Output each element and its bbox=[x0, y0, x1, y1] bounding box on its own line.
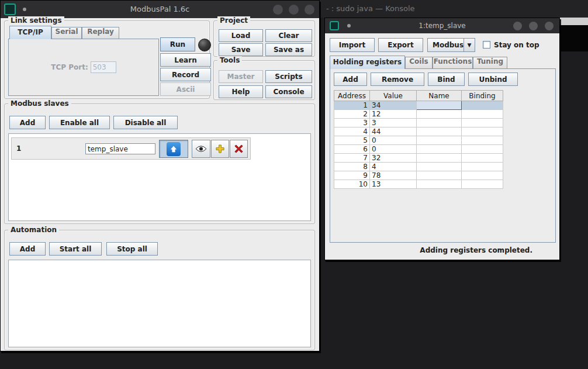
register-cell-name[interactable] bbox=[417, 119, 462, 127]
konsole-terminal-fragment[interactable] bbox=[560, 25, 588, 51]
clear-button[interactable]: Clear bbox=[265, 29, 312, 42]
run-button[interactable]: Run bbox=[160, 37, 195, 51]
register-row[interactable]: 60 bbox=[334, 145, 503, 154]
slave-enabled-toggle[interactable] bbox=[159, 140, 188, 158]
register-cell-address[interactable]: 2 bbox=[334, 110, 370, 119]
register-cell-address[interactable]: 5 bbox=[334, 136, 370, 145]
column-header-address[interactable]: Address bbox=[334, 91, 370, 101]
stop-all-button[interactable]: Stop all bbox=[106, 242, 158, 256]
register-cell-name[interactable] bbox=[417, 171, 462, 180]
register-cell-address[interactable]: 9 bbox=[334, 171, 370, 180]
unbind-button[interactable]: Unbind bbox=[468, 73, 518, 86]
add-automation-button[interactable]: Add bbox=[9, 242, 46, 256]
register-cell-value[interactable]: 0 bbox=[370, 145, 417, 154]
tcp-port-field[interactable] bbox=[91, 61, 116, 73]
register-cell-binding[interactable] bbox=[462, 163, 503, 171]
register-cell-address[interactable]: 8 bbox=[334, 163, 370, 171]
duplicate-slave-button[interactable] bbox=[211, 140, 229, 158]
register-cell-name[interactable] bbox=[417, 154, 462, 163]
register-cell-binding[interactable] bbox=[462, 180, 503, 189]
add-slave-button[interactable]: Add bbox=[9, 116, 46, 129]
register-cell-address[interactable]: 6 bbox=[334, 145, 370, 154]
column-header-value[interactable]: Value bbox=[370, 91, 417, 101]
save-button[interactable]: Save bbox=[219, 43, 263, 56]
konsole-titlebar[interactable]: - : sudo java — Konsole bbox=[316, 0, 588, 18]
tab-replay[interactable]: Replay bbox=[82, 27, 119, 39]
tab-tuning[interactable]: Tuning bbox=[473, 57, 507, 68]
bind-button[interactable]: Bind bbox=[428, 73, 465, 86]
register-cell-value[interactable]: 32 bbox=[370, 154, 417, 163]
register-cell-name[interactable] bbox=[417, 180, 462, 189]
ascii-button[interactable]: Ascii bbox=[160, 82, 211, 96]
register-cell-binding[interactable] bbox=[462, 136, 503, 145]
register-cell-binding[interactable] bbox=[462, 119, 503, 127]
slave-name-input[interactable] bbox=[85, 143, 155, 154]
slave-window-titlebar[interactable]: 1:temp_slave bbox=[325, 18, 559, 33]
register-cell-address[interactable]: 3 bbox=[334, 119, 370, 127]
enable-all-button[interactable]: Enable all bbox=[49, 116, 110, 129]
register-cell-value[interactable]: 3 bbox=[370, 119, 417, 127]
register-row[interactable]: 732 bbox=[334, 154, 503, 163]
close-button[interactable] bbox=[545, 22, 554, 30]
register-cell-binding[interactable] bbox=[462, 171, 503, 180]
register-row[interactable]: 978 bbox=[334, 171, 503, 180]
register-row[interactable]: 50 bbox=[334, 136, 503, 145]
remove-register-button[interactable]: Remove bbox=[371, 73, 424, 86]
disable-all-button[interactable]: Disable all bbox=[113, 116, 178, 129]
register-cell-binding[interactable] bbox=[462, 145, 503, 154]
remove-slave-button[interactable] bbox=[230, 140, 248, 158]
stay-on-top-checkbox[interactable] bbox=[483, 41, 490, 49]
register-row[interactable]: 444 bbox=[334, 127, 503, 136]
register-cell-name[interactable] bbox=[417, 110, 462, 119]
register-cell-value[interactable]: 78 bbox=[370, 171, 417, 180]
register-cell-address[interactable]: 7 bbox=[334, 154, 370, 163]
register-cell-value[interactable]: 0 bbox=[370, 136, 417, 145]
register-cell-name[interactable] bbox=[417, 163, 462, 171]
register-cell-name[interactable] bbox=[417, 127, 462, 136]
scripts-button[interactable]: Scripts bbox=[265, 70, 312, 83]
add-register-button[interactable]: Add bbox=[334, 73, 367, 86]
register-cell-address[interactable]: 1 bbox=[334, 101, 370, 110]
record-button[interactable]: Record bbox=[160, 68, 211, 81]
maximize-button[interactable] bbox=[289, 5, 299, 15]
tab-serial[interactable]: Serial bbox=[51, 27, 82, 39]
register-cell-address[interactable]: 4 bbox=[334, 127, 370, 136]
register-cell-name[interactable] bbox=[417, 136, 462, 145]
register-cell-binding[interactable] bbox=[462, 127, 503, 136]
konsole-window-fragment[interactable] bbox=[560, 18, 588, 25]
minimize-button[interactable] bbox=[513, 22, 522, 30]
register-cell-value[interactable]: 34 bbox=[370, 101, 417, 110]
learn-button[interactable]: Learn bbox=[160, 53, 211, 67]
close-button[interactable] bbox=[305, 5, 314, 15]
minimize-button[interactable] bbox=[273, 5, 283, 15]
register-row[interactable]: 84 bbox=[334, 163, 503, 171]
register-cell-name[interactable] bbox=[417, 145, 462, 154]
console-button[interactable]: Console bbox=[265, 85, 312, 98]
master-button[interactable]: Master bbox=[219, 70, 263, 83]
register-row[interactable]: 212 bbox=[334, 110, 503, 119]
register-cell-address[interactable]: 10 bbox=[334, 180, 370, 189]
start-all-button[interactable]: Start all bbox=[49, 242, 102, 256]
column-header-binding[interactable]: Binding bbox=[462, 91, 503, 101]
register-cell-value[interactable]: 44 bbox=[370, 127, 417, 136]
export-button[interactable]: Export bbox=[378, 38, 423, 52]
register-cell-value[interactable]: 13 bbox=[370, 180, 417, 189]
register-cell-name[interactable] bbox=[417, 101, 462, 110]
register-row[interactable]: 134 bbox=[334, 101, 503, 110]
help-button[interactable]: Help bbox=[219, 85, 263, 98]
register-cell-value[interactable]: 4 bbox=[370, 163, 417, 171]
load-button[interactable]: Load bbox=[219, 29, 263, 42]
tab-tcpip[interactable]: TCP/IP bbox=[9, 26, 51, 39]
register-cell-binding[interactable] bbox=[462, 154, 503, 163]
import-button[interactable]: Import bbox=[330, 38, 375, 52]
column-header-name[interactable]: Name bbox=[417, 91, 462, 101]
register-row[interactable]: 1013 bbox=[334, 180, 503, 189]
register-cell-binding[interactable] bbox=[462, 110, 503, 119]
register-cell-value[interactable]: 12 bbox=[370, 110, 417, 119]
maximize-button[interactable] bbox=[529, 22, 538, 30]
tab-holding-registers[interactable]: Holding registers bbox=[330, 56, 405, 69]
register-row[interactable]: 33 bbox=[334, 119, 503, 127]
main-window-titlebar[interactable]: ModbusPal 1.6c bbox=[1, 1, 319, 18]
tab-coils[interactable]: Coils bbox=[405, 57, 433, 68]
tab-functions[interactable]: Functions bbox=[433, 57, 473, 68]
